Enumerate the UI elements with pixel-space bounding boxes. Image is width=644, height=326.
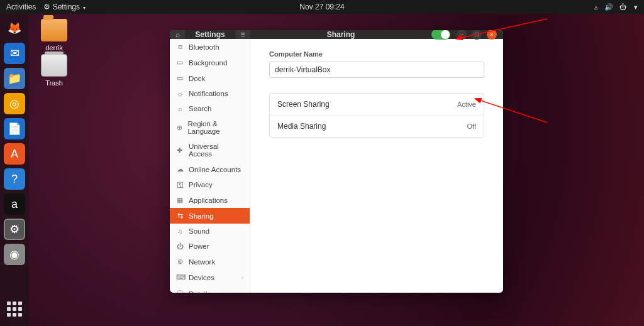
- sidebar-item-label: Online Accounts: [189, 166, 241, 173]
- close-button[interactable]: ×: [487, 30, 497, 40]
- power-indicator-icon[interactable]: ⏻: [619, 3, 626, 11]
- sidebar-item-label: Sound: [189, 227, 209, 235]
- sidebar-item-bluetooth[interactable]: ⧈Bluetooth: [170, 39, 250, 55]
- sidebar-item-label: Dock: [189, 75, 205, 82]
- chevron-right-icon: ›: [242, 291, 243, 293]
- sidebar-item-label: Network: [189, 258, 215, 266]
- titlebar[interactable]: ⌕ Settings ≡ Sharing – □ ×: [170, 30, 503, 39]
- appmenu-label: Settings: [53, 3, 80, 11]
- chevron-right-icon: ›: [242, 274, 243, 281]
- applications-icon: ▦: [176, 196, 184, 204]
- row-label: Media Sharing: [277, 122, 467, 131]
- disc-icon[interactable]: ◉: [4, 244, 25, 265]
- sidebar-item-search[interactable]: ⌕Search: [170, 101, 250, 116]
- menu-icon: ≡: [240, 30, 245, 39]
- network-icon: ⊚: [176, 258, 184, 266]
- chevron-down-icon: ▾: [634, 3, 638, 11]
- desktop-folder-label: derrik: [35, 44, 73, 52]
- firefox-icon[interactable]: 🦊: [4, 18, 25, 39]
- computer-name-label: Computer Name: [269, 50, 484, 58]
- sidebar-item-notifications[interactable]: ☼Notifications: [170, 86, 250, 101]
- gear-icon: ⚙: [43, 3, 50, 11]
- show-applications-button[interactable]: [4, 298, 25, 320]
- sidebar-item-label: Sharing: [189, 212, 214, 220]
- search-icon: ⌕: [176, 105, 184, 112]
- sharing-options-list: Screen SharingActiveMedia SharingOff: [269, 93, 484, 138]
- sidebar-item-label: Devices: [189, 274, 214, 281]
- hamburger-button[interactable]: ≡: [235, 30, 250, 39]
- privacy-icon: ⚿: [176, 181, 184, 188]
- sidebar-item-label: Bluetooth: [189, 43, 219, 51]
- sidebar-item-details[interactable]: ⓘDetails›: [170, 285, 250, 293]
- trash-icon: [41, 54, 67, 77]
- help-icon[interactable]: ?: [4, 168, 25, 190]
- sidebar-item-label: Background: [189, 59, 227, 67]
- sidebar-item-label: Power: [189, 242, 209, 250]
- universal-access-icon: ✚: [176, 146, 184, 155]
- sidebar-item-label: Universal Access: [189, 143, 243, 158]
- settings-content: Computer Name Screen SharingActiveMedia …: [250, 39, 503, 293]
- details-icon: ⓘ: [176, 289, 184, 293]
- sidebar-item-power[interactable]: ⏻Power: [170, 239, 250, 254]
- sidebar-item-online-accounts[interactable]: ☁Online Accounts: [170, 161, 250, 177]
- thunderbird-icon[interactable]: ✉: [4, 43, 25, 64]
- settings-window: ⌕ Settings ≡ Sharing – □ × ⧈Bluetooth▭Ba…: [170, 30, 503, 293]
- settings-icon[interactable]: ⚙: [4, 219, 25, 240]
- sharing-icon: ⇆: [176, 212, 184, 220]
- sidebar-item-dock[interactable]: ▭Dock: [170, 70, 250, 86]
- software-icon[interactable]: A: [4, 143, 25, 165]
- folder-icon: [41, 19, 67, 41]
- sidebar-item-universal-access[interactable]: ✚Universal Access: [170, 139, 250, 161]
- top-bar: Activities ⚙ Settings ▾ Nov 27 09:24 ▵ 🔊…: [0, 0, 644, 14]
- sidebar-item-label: Search: [189, 105, 211, 112]
- sidebar-item-sound[interactable]: ♫Sound: [170, 224, 250, 239]
- media-sharing-row[interactable]: Media SharingOff: [270, 116, 484, 137]
- computer-name-input[interactable]: [269, 62, 484, 78]
- background-icon: ▭: [176, 58, 184, 67]
- dock: 🦊✉📁◎📄A?a⚙◉: [0, 14, 29, 326]
- sidebar-title: Settings: [185, 30, 235, 39]
- sidebar-item-network[interactable]: ⊚Network: [170, 254, 250, 269]
- sidebar-item-background[interactable]: ▭Background: [170, 55, 250, 70]
- sharing-master-toggle[interactable]: [431, 30, 450, 40]
- appmenu-button[interactable]: ⚙ Settings ▾: [43, 3, 86, 11]
- online-accounts-icon: ☁: [176, 165, 184, 173]
- desktop-folder[interactable]: derrik: [35, 19, 73, 52]
- row-status: Active: [457, 101, 476, 108]
- network-indicator-icon[interactable]: ▵: [594, 3, 598, 11]
- search-icon: ⌕: [175, 30, 180, 39]
- sidebar-item-label: Privacy: [189, 181, 213, 188]
- maximize-button[interactable]: □: [472, 30, 482, 40]
- activities-button[interactable]: Activities: [6, 3, 36, 11]
- screen-sharing-row[interactable]: Screen SharingActive: [270, 94, 484, 116]
- search-button[interactable]: ⌕: [170, 30, 185, 39]
- amazon-icon[interactable]: a: [4, 193, 25, 215]
- power-icon: ⏻: [176, 242, 184, 250]
- desktop-trash-label: Trash: [35, 79, 73, 87]
- dock-icon: ▭: [176, 74, 184, 82]
- sidebar-item-label: Applications: [189, 197, 228, 204]
- sidebar-item-applications[interactable]: ▦Applications: [170, 192, 250, 208]
- desktop-trash[interactable]: Trash: [35, 54, 73, 87]
- sidebar-item-devices[interactable]: ⌨Devices›: [170, 269, 250, 285]
- chevron-down-icon: ▾: [83, 5, 86, 11]
- sidebar-item-privacy[interactable]: ⚿Privacy: [170, 177, 250, 192]
- volume-indicator-icon[interactable]: 🔊: [604, 3, 613, 11]
- row-label: Screen Sharing: [277, 100, 457, 109]
- clock[interactable]: Nov 27 09:24: [299, 3, 344, 11]
- page-title: Sharing: [250, 30, 431, 39]
- sidebar-item-label: Notifications: [189, 90, 228, 97]
- files-icon[interactable]: 📁: [4, 68, 25, 89]
- sidebar-item-sharing[interactable]: ⇆Sharing: [170, 208, 250, 224]
- sound-icon: ♫: [176, 227, 184, 235]
- devices-icon: ⌨: [176, 273, 184, 281]
- row-status: Off: [467, 122, 476, 130]
- rhythmbox-icon[interactable]: ◎: [4, 93, 25, 114]
- sidebar-item-label: Details: [189, 290, 211, 293]
- minimize-button[interactable]: –: [457, 30, 467, 40]
- region-language-icon: ⊕: [176, 124, 182, 132]
- sidebar-item-label: Region & Language: [187, 120, 243, 135]
- writer-icon[interactable]: 📄: [4, 118, 25, 139]
- notifications-icon: ☼: [176, 90, 184, 97]
- sidebar-item-region-language[interactable]: ⊕Region & Language: [170, 116, 250, 139]
